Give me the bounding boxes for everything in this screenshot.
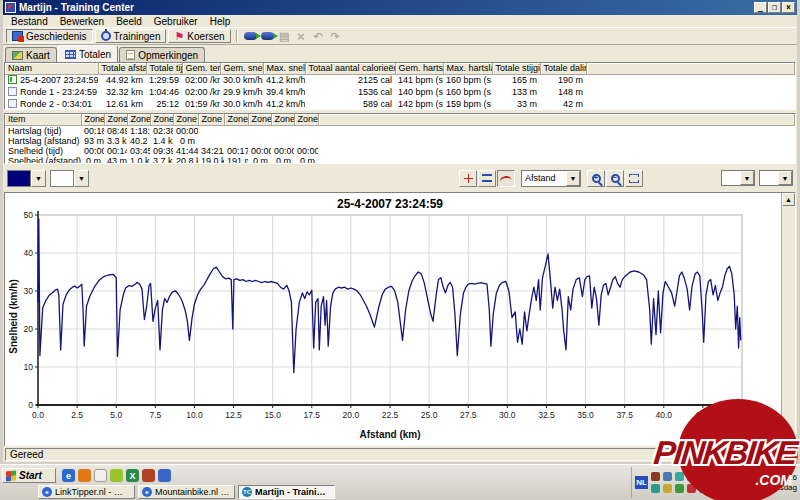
extra-dropdown-2[interactable]: ▼ (759, 170, 793, 186)
column-header-zone-1[interactable]: Zone 1 (81, 114, 104, 125)
tray-icon[interactable] (723, 472, 732, 481)
tray-icon[interactable] (735, 484, 744, 493)
tray-icon[interactable] (723, 484, 732, 493)
task-buttons: eLinkTipper.nl - Windows I...eMountainbi… (38, 485, 335, 499)
column-header-zone-9[interactable]: Zone 9 (271, 114, 294, 125)
geschiedenis-button[interactable]: Geschiedenis (6, 29, 93, 43)
tray-icon[interactable] (675, 472, 684, 481)
tray-icon[interactable] (699, 472, 708, 481)
tray-icon[interactable] (663, 472, 672, 481)
tray-icon[interactable] (651, 472, 660, 481)
system-tray: NL 9:16 dinsdag (631, 467, 799, 498)
music-player-icon[interactable] (78, 469, 91, 482)
column-header-zone-5[interactable]: Zone 5 (173, 114, 198, 125)
chevron-down-icon[interactable]: ▼ (74, 170, 89, 187)
column-header-totale-stijging[interactable]: Totale stijging (492, 63, 540, 74)
table-row[interactable]: Snelheid (afstand)0 m43 m1.0 km3.7 km20.… (5, 156, 795, 165)
tray-icon[interactable] (711, 484, 720, 493)
menu-help[interactable]: Help (204, 16, 237, 27)
tray-icon[interactable] (711, 472, 720, 481)
zoom-in-icon[interactable]: + (587, 170, 605, 187)
column-header-gem-tempo[interactable]: Gem. tempo (182, 63, 220, 74)
secondary-color-picker[interactable]: ▼ (50, 170, 89, 187)
tray-icon[interactable] (663, 484, 672, 493)
start-button[interactable]: Start (2, 468, 56, 483)
column-header-totale-tijd[interactable]: Totale tijd (146, 63, 182, 74)
messenger-icon[interactable] (110, 469, 123, 482)
status-bar: Gereed (3, 446, 797, 462)
restore-button[interactable]: ❒ (768, 2, 781, 13)
column-header-gem-snelheid[interactable]: Gem. snelheid (220, 63, 263, 74)
column-header-zone-8[interactable]: Zone 8 (248, 114, 271, 125)
zoom-fit-icon[interactable] (625, 170, 643, 187)
scroll-up-icon[interactable]: ▲ (782, 193, 795, 206)
chevron-down-icon[interactable]: ▼ (31, 170, 46, 187)
tab-opmerkingen[interactable]: Opmerkingen (119, 47, 205, 62)
browser-icon[interactable] (142, 469, 155, 482)
tray-icon[interactable] (687, 472, 696, 481)
zoom-out-icon[interactable]: − (606, 170, 624, 187)
svg-text:25.0: 25.0 (421, 410, 438, 420)
close-button[interactable]: × (782, 2, 795, 13)
svg-text:27.5: 27.5 (460, 410, 477, 420)
minimize-button[interactable]: _ (754, 2, 767, 13)
menu-gebruiker[interactable]: Gebruiker (148, 16, 204, 27)
tray-icon[interactable] (687, 484, 696, 493)
table-row[interactable]: Snelheid (tijd)00:0000:1403:4509:3941:44… (5, 146, 795, 156)
trainingen-button[interactable]: Trainingen (95, 29, 167, 43)
column-header-totaal-aantal-calorie-n[interactable]: Totaal aantal calorieën (305, 63, 395, 74)
undo-icon: ↶ (311, 30, 326, 43)
crosshair-toggle-icon[interactable] (459, 170, 477, 187)
column-header-totale-afstand[interactable]: Totale afstand (98, 63, 146, 74)
document-icon[interactable] (94, 469, 107, 482)
lap-icon (8, 99, 17, 108)
column-header-max-snelheid[interactable]: Max. snelheid (263, 63, 305, 74)
column-header-zone-7[interactable]: Zone 7 (224, 114, 248, 125)
table-row[interactable]: Hartslag (tijd)00:1808:491:18:5502:3800:… (5, 125, 795, 136)
media-player-icon[interactable] (158, 469, 171, 482)
table-row[interactable]: Ronde 1 - 23:24:5932.32 km1:04:4602:00 /… (5, 86, 795, 98)
menu-bestand[interactable]: Bestand (5, 16, 54, 27)
tray-icon[interactable] (675, 484, 684, 493)
x-axis-mode-dropdown[interactable]: Afstand ▼ (521, 170, 581, 187)
column-header-max-hartslag[interactable]: Max. hartslag (443, 63, 492, 74)
column-header-naam[interactable]: Naam (5, 63, 98, 74)
tray-icon[interactable] (699, 484, 708, 493)
svg-text:10: 10 (24, 362, 34, 372)
hgrid-toggle-icon[interactable] (478, 170, 496, 187)
receive-from-device-icon[interactable] (243, 30, 258, 43)
send-to-device-icon[interactable] (260, 30, 275, 43)
tray-icon[interactable] (735, 472, 744, 481)
excel-icon[interactable]: X (126, 469, 139, 482)
extra-dropdown-1[interactable]: ▼ (721, 170, 755, 186)
column-header-zone-3[interactable]: Zone 3 (127, 114, 150, 125)
svg-text:12.5: 12.5 (225, 410, 242, 420)
column-header-totale-daling[interactable]: Totale daling (540, 63, 586, 74)
ie-icon[interactable]: e (62, 469, 75, 482)
taskbar-task-mountainbike-nl-bikers-f[interactable]: eMountainbike.nl Bikers F... (138, 485, 235, 499)
taskbar-task-linktipper-nl-windows-i[interactable]: eLinkTipper.nl - Windows I... (38, 485, 135, 499)
column-header-gem-hartslag[interactable]: Gem. hartslag (395, 63, 443, 74)
table-row[interactable]: Hartslag (afstand)93 m3.3 km40.2 km1.4 k… (5, 136, 795, 146)
column-header-zone-4[interactable]: Zone 4 (150, 114, 173, 125)
menu-bewerken[interactable]: Bewerken (54, 16, 110, 27)
title-bar[interactable]: Martijn - Training Center _ ❒ × (3, 0, 797, 15)
column-header-zone-2[interactable]: Zone 2 (104, 114, 127, 125)
clock-time: 9:16 (769, 473, 797, 483)
tray-icon[interactable] (651, 484, 660, 493)
column-header-item[interactable]: Item (5, 114, 81, 125)
menu-beeld[interactable]: Beeld (110, 16, 148, 27)
taskbar-task-martijn-training-cen[interactable]: TCMartijn - Training Cen... (238, 485, 335, 499)
tab-totalen[interactable]: Totalen (58, 45, 118, 62)
series-color-picker[interactable]: ▼ (7, 170, 46, 187)
table-row[interactable]: 25-4-2007 23:24:5944.92 km1:29:5902:00 /… (5, 74, 795, 86)
curve-toggle-icon[interactable] (497, 170, 515, 187)
summary-listview: NaamTotale afstandTotale tijdGem. tempoG… (4, 62, 796, 110)
column-header-zone-10[interactable]: Zone 10 (294, 114, 318, 125)
table-row[interactable]: Ronde 2 - 0:34:0112.61 km25:1201:59 /km3… (5, 98, 795, 110)
tab-kaart[interactable]: Kaart (5, 47, 57, 62)
chart-vertical-scrollbar[interactable]: ▲ ▼ (781, 193, 795, 448)
column-header-zone-6[interactable]: Zone 6 (198, 114, 224, 125)
language-indicator[interactable]: NL (635, 476, 648, 489)
koersen-button[interactable]: ⚑Koersen (168, 29, 230, 43)
